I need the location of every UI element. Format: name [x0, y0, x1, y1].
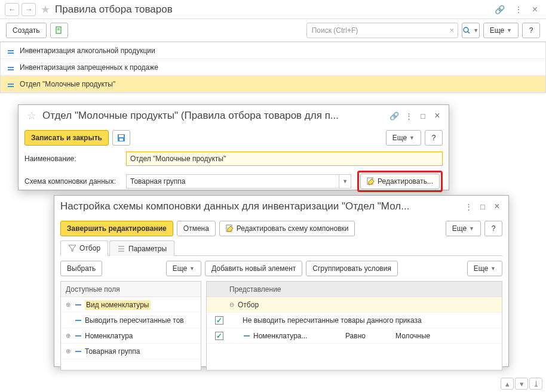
save-button[interactable] — [112, 130, 130, 146]
tree-row[interactable]: ⊕ Выводить пересчитанные тов — [61, 313, 201, 328]
edit-schema-label: Редактировать схему компоновки — [237, 224, 349, 233]
list-item-label: Отдел "Молочные продукты" — [20, 80, 115, 88]
chevron-down-icon[interactable]: ▼ — [339, 175, 351, 188]
maximize-icon[interactable]: □ — [477, 201, 488, 212]
name-value: Отдел "Молочные продукты" — [130, 155, 226, 163]
checkbox-checked-icon[interactable]: ✓ — [215, 332, 223, 340]
representation-pane: Представление ⊖ Отбор ✓ Не выводить пере… — [206, 281, 502, 371]
expand-icon[interactable]: ⊕ — [65, 332, 72, 339]
dialog-title: Отдел "Молочные продукты" (Правила отбор… — [42, 110, 385, 122]
field-icon — [75, 335, 81, 337]
favorite-star-icon[interactable]: ★ — [41, 3, 50, 16]
link-icon[interactable]: 🔗 — [389, 110, 400, 121]
top-bar: ← → ★ Правила отбора товаров 🔗 ⋮ × — [0, 0, 546, 19]
name-input[interactable]: Отдел "Молочные продукты" — [126, 152, 443, 166]
more-button[interactable]: Еще ▼ — [446, 221, 481, 236]
svg-rect-6 — [119, 135, 124, 137]
filter-row[interactable]: ✓ Не выводить пересчитанные товары данно… — [207, 313, 502, 328]
more-button[interactable]: Еще ▼ — [483, 23, 519, 38]
kebab-icon[interactable]: ⋮ — [403, 110, 414, 121]
search-clear-icon[interactable]: × — [450, 26, 454, 35]
pane-header: Представление — [207, 282, 502, 297]
schema-value: Товарная группа — [130, 177, 185, 186]
search-button[interactable]: ▼ — [462, 23, 480, 38]
tab-label: Параметры — [128, 245, 167, 253]
list-icon — [117, 245, 125, 253]
more-button[interactable]: Еще ▼ — [467, 261, 502, 276]
kebab-icon[interactable]: ⋮ — [514, 5, 523, 14]
search-input[interactable]: Поиск (Ctrl+F) × — [306, 23, 458, 38]
schema-config-dialog: Настройка схемы компоновки данных для ин… — [54, 195, 509, 367]
name-row: Наименование: Отдел "Молочные продукты" — [19, 149, 449, 168]
field-label: Товарная группа — [85, 347, 140, 356]
save-and-close-button[interactable]: Записать и закрыть — [24, 130, 109, 146]
finish-editing-button[interactable]: Завершить редактирование — [60, 221, 173, 236]
copy-button[interactable] — [50, 23, 68, 38]
edit-button[interactable]: Редактировать... — [360, 174, 440, 189]
maximize-icon[interactable]: □ — [418, 110, 428, 121]
filter-root-row[interactable]: ⊖ Отбор — [207, 297, 502, 313]
nav-forward[interactable]: → — [22, 3, 36, 16]
bottom-nav: ▴ ▾ ⤓ — [497, 375, 546, 392]
scroll-end-icon[interactable]: ⤓ — [529, 378, 542, 390]
field-icon — [75, 304, 81, 305]
cancel-button[interactable]: Отмена — [177, 221, 216, 236]
more-button[interactable]: Еще ▼ — [386, 130, 421, 146]
filter-row[interactable]: ✓ Номенклатура... Равно Молочные — [207, 328, 502, 344]
group-conditions-button[interactable]: Сгруппировать условия — [306, 261, 398, 276]
expand-icon[interactable]: ⊕ — [65, 348, 72, 354]
checkbox-checked-icon[interactable]: ✓ — [215, 316, 223, 325]
create-button[interactable]: Создать — [6, 23, 47, 38]
help-button[interactable]: ? — [425, 130, 443, 146]
tree-row[interactable]: ⊕ Номенклатура — [61, 328, 201, 344]
field-icon — [75, 320, 81, 321]
edit-schema-button[interactable]: Редактировать схему компоновки — [219, 221, 355, 236]
list-item[interactable]: Инвентаризация алкогольной продукции — [1, 42, 545, 59]
floppy-icon — [117, 134, 125, 142]
tab-filter[interactable]: Отбор — [60, 240, 108, 256]
schema-select[interactable]: Товарная группа ▼ — [126, 174, 351, 189]
filter-field: Номенклатура... — [253, 332, 343, 340]
field-label: Номенклатура — [85, 332, 133, 340]
pane-header-label: Представление — [229, 285, 281, 294]
close-icon[interactable]: × — [432, 110, 443, 121]
tree-row[interactable]: ⊕ Вид номенклатуры — [61, 297, 201, 313]
panes: Доступные поля ⊕ Вид номенклатуры ⊕ Выво… — [54, 281, 508, 376]
sub-toolbar: Выбрать Еще ▼ Добавить новый элемент Сгр… — [54, 256, 508, 281]
magnifier-icon — [462, 26, 471, 35]
close-icon[interactable]: × — [492, 201, 502, 212]
field-icon — [75, 351, 81, 352]
field-label: Выводить пересчитанные тов — [85, 316, 184, 325]
edit-button-label: Редактировать... — [378, 177, 433, 186]
link-icon[interactable]: 🔗 — [495, 5, 505, 14]
list-item-label: Инвентаризация запрещенных к продаже — [20, 63, 158, 72]
nav-back[interactable]: ← — [5, 3, 19, 16]
search-placeholder: Поиск (Ctrl+F) — [312, 26, 358, 35]
filter-root-label: Отбор — [238, 301, 259, 309]
item-icon — [8, 67, 14, 68]
add-element-button[interactable]: Добавить новый элемент — [205, 261, 302, 276]
help-button[interactable]: ? — [484, 221, 502, 236]
list-item[interactable]: Инвентаризация запрещенных к продаже — [1, 59, 545, 76]
filter-value: Молочные — [395, 332, 498, 340]
more-button[interactable]: Еще ▼ — [166, 261, 201, 276]
expand-icon[interactable]: ⊕ — [65, 301, 72, 308]
list-item[interactable]: Отдел "Молочные продукты" — [1, 76, 545, 92]
schema-label: Схема компоновки данных: — [24, 177, 120, 186]
help-button[interactable]: ? — [522, 23, 540, 38]
field-icon — [244, 335, 250, 337]
scroll-up-icon[interactable]: ▴ — [501, 378, 514, 390]
collapse-icon[interactable]: ⊖ — [228, 301, 235, 308]
select-button[interactable]: Выбрать — [60, 261, 102, 276]
close-icon[interactable]: × — [532, 4, 538, 15]
tab-parameters[interactable]: Параметры — [109, 240, 174, 256]
tree-row[interactable]: ⊕ Товарная группа — [61, 344, 201, 359]
filter-operator: Равно — [345, 332, 393, 340]
schema-row: Схема компоновки данных: Товарная группа… — [19, 168, 449, 195]
scroll-down-icon[interactable]: ▾ — [515, 378, 528, 390]
kebab-icon[interactable]: ⋮ — [463, 201, 474, 212]
svg-rect-7 — [119, 138, 123, 141]
main-toolbar: Создать Поиск (Ctrl+F) × ▼ Еще ▼ ? — [0, 19, 546, 42]
filter-label: Не выводить пересчитанные товары данного… — [243, 316, 422, 325]
favorite-star-icon[interactable]: ☆ — [27, 109, 36, 122]
